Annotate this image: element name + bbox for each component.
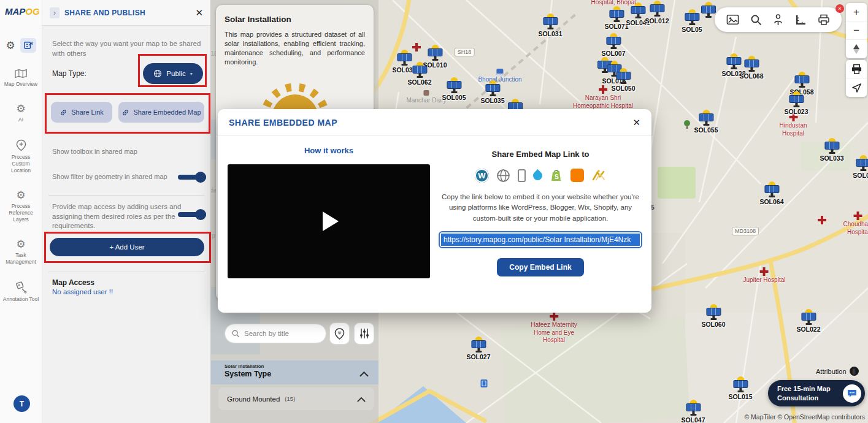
map-type-dropdown[interactable]: Public ▾ — [143, 63, 203, 84]
wix-icon[interactable] — [591, 169, 606, 182]
add-user-button[interactable]: + Add User — [50, 238, 204, 256]
marker-label: SOL055 — [694, 126, 718, 134]
map-marker-sol033[interactable]: SOL033 — [820, 138, 843, 162]
panel-close-icon[interactable]: ✕ — [195, 7, 203, 18]
modal-close-icon[interactable]: ✕ — [632, 117, 640, 128]
marker-panel-icon — [650, 4, 664, 12]
mobile-app-icon[interactable] — [518, 169, 526, 182]
map-marker-sol062[interactable]: SOL062 — [407, 62, 431, 86]
map-marker-sol055[interactable]: SOL055 — [694, 110, 718, 134]
map-marker-sol050[interactable]: SOL050 — [611, 68, 635, 92]
share-link-label: Share Link — [71, 109, 104, 116]
map-marker-sol023[interactable]: SOL023 — [784, 91, 808, 115]
map-marker-sol027[interactable]: SOL027 — [466, 337, 490, 360]
share-link-button[interactable]: Share Link — [51, 102, 112, 123]
copy-embed-link-button[interactable]: Copy Embed Link — [497, 258, 583, 276]
website-globe-icon[interactable] — [496, 169, 510, 183]
toolbox-toggle[interactable] — [178, 171, 206, 183]
link-icon — [60, 109, 67, 116]
marker-panel-icon — [412, 66, 427, 74]
map-marker-sol015[interactable]: SOL015 — [728, 376, 752, 400]
zoom-out-button[interactable]: − — [846, 21, 867, 40]
map-marker-sol005[interactable]: SOL005 — [442, 77, 466, 101]
collapse-chevron-icon[interactable] — [357, 394, 366, 405]
marker-base — [689, 23, 695, 25]
marker-base — [417, 76, 423, 78]
sidebar-item-map-overview[interactable]: Map Overview — [0, 69, 42, 88]
toolbar-close-badge[interactable]: × — [835, 4, 844, 13]
consultation-button[interactable]: Free 15-min Map Consultation — [768, 380, 865, 406]
attribution-control[interactable]: Attribution i — [816, 367, 859, 376]
story-title: Solar Installation — [225, 15, 365, 24]
map-marker-sol031[interactable]: SOL031 — [538, 13, 562, 37]
how-it-works-link[interactable]: How it works — [228, 146, 430, 155]
compass-button[interactable] — [846, 40, 867, 58]
map-share-icon — [23, 40, 33, 50]
map-marker-sol04[interactable]: SOL04 — [853, 155, 868, 179]
marker-base — [401, 64, 407, 66]
sidebar-item-task-management[interactable]: ⚙ Task Management — [0, 239, 42, 265]
map-marker-sol068[interactable]: SOL068 — [739, 56, 763, 80]
layer-group-header[interactable]: Solar Installation System Type — [211, 360, 378, 384]
marker-label: SOL05 — [682, 26, 702, 33]
marker-panel-icon — [631, 6, 645, 14]
share-embedded-map-button[interactable]: Share Embedded Map — [118, 102, 204, 123]
consult-line2: Consultation — [777, 394, 818, 402]
person-locate-icon[interactable] — [773, 13, 783, 26]
map-marker[interactable] — [701, 2, 716, 18]
marker-label: SOL04 — [853, 172, 868, 179]
zoom-in-button[interactable]: + — [846, 3, 867, 21]
share-location-button[interactable] — [846, 78, 867, 97]
chevron-down-icon: ▾ — [190, 71, 193, 77]
play-icon[interactable] — [323, 212, 339, 231]
print-button[interactable] — [846, 60, 867, 78]
marker-panel-icon — [794, 75, 809, 83]
basemap-gallery-icon[interactable] — [726, 14, 739, 25]
share-intro-text: Select the way you want your map to be s… — [52, 39, 204, 58]
map-marker-sol007[interactable]: SOL007 — [601, 33, 625, 57]
blogger-icon[interactable] — [570, 169, 584, 182]
sidebar-item-annotation-tool[interactable]: Annotation Tool — [0, 281, 42, 303]
map-access-title: Map Access — [52, 278, 94, 287]
search-input[interactable]: Search by title — [225, 324, 326, 343]
layer-row-ground-mounted[interactable]: Ground Mounted (15) — [218, 387, 374, 410]
settings-gear-icon[interactable]: ⚙ — [6, 40, 15, 51]
marker-base — [737, 391, 743, 392]
map-marker-sol05[interactable]: SOL05 — [682, 9, 702, 33]
marker-label: SOL064 — [759, 198, 783, 205]
map-marker-sol012[interactable]: SOL012 — [645, 1, 669, 25]
embed-link-input[interactable] — [441, 234, 640, 246]
user-avatar[interactable]: T — [13, 395, 30, 412]
filter-sliders-button[interactable] — [354, 322, 374, 345]
sidebar-item-process-reference-layers[interactable]: ⚙ Process Reference Layers — [0, 190, 42, 223]
map-marker-sol060[interactable]: SOL060 — [701, 304, 725, 328]
shopify-icon[interactable]: S — [550, 169, 563, 183]
marker-panel-icon — [428, 48, 442, 56]
location-filter-button[interactable] — [329, 322, 350, 345]
attribution-label: Attribution — [816, 368, 847, 375]
collapse-chevron-icon[interactable] — [359, 368, 369, 379]
map-action-strip — [846, 60, 867, 97]
map-marker-sol071[interactable]: SOL071 — [604, 6, 628, 30]
panel-collapse-chevron[interactable]: › — [50, 7, 60, 18]
wordpress-icon[interactable]: W — [475, 169, 489, 183]
marker-label: SOL005 — [442, 94, 466, 101]
print-map-icon[interactable] — [818, 14, 830, 26]
measure-icon[interactable] — [795, 14, 807, 26]
marker-base — [829, 152, 835, 154]
share-embedded-map-modal: SHARE EMBEDDED MAP ✕ How it works Share … — [218, 109, 651, 313]
app-logo[interactable]: MAPOG — [5, 6, 40, 17]
share-publish-tool-icon[interactable] — [20, 38, 36, 53]
map-marker-sol022[interactable]: SOL022 — [796, 309, 820, 333]
map-marker-sol064[interactable]: SOL064 — [759, 181, 783, 205]
sidebar-item-ai[interactable]: ⚙ AI — [0, 104, 42, 123]
marker-panel-icon — [447, 81, 461, 89]
search-icon[interactable] — [750, 14, 762, 26]
tutorial-video[interactable] — [228, 164, 430, 278]
map-marker-sol047[interactable]: SOL047 — [681, 400, 705, 423]
map-marker-sol035[interactable]: SOL035 — [480, 80, 504, 104]
marker-panel-icon — [726, 57, 741, 65]
sidebar-item-process-custom-location[interactable]: Process Custom Location — [0, 139, 42, 174]
drupal-icon[interactable] — [533, 171, 542, 180]
sidebar-item-label: Map Overview — [2, 81, 40, 88]
